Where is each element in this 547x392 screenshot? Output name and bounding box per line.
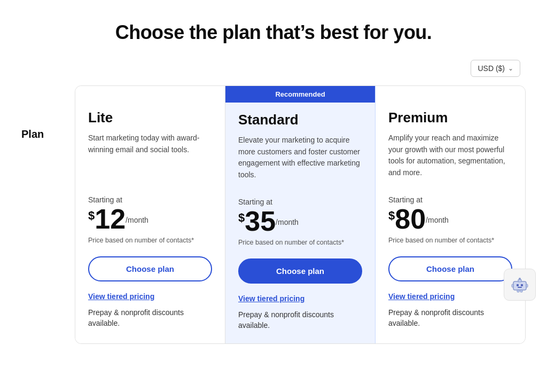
discount-text-standard: Prepay & nonprofit discounts available.: [238, 309, 362, 331]
pricing-section-lite: Starting at $ 12 /month Price based on n…: [88, 195, 212, 328]
price-per-month-premium: /month: [426, 216, 449, 229]
price-dollar-premium: $: [388, 205, 395, 222]
plan-column-label: Plan: [21, 85, 75, 140]
page-container: Choose the plan that’s best for you. USD…: [11, 0, 536, 360]
chevron-down-icon: ⌄: [508, 65, 513, 72]
plan-card-lite: Lite Start marketing today with award-wi…: [75, 86, 225, 343]
view-tiered-link-lite[interactable]: View tiered pricing: [88, 292, 212, 301]
svg-rect-1: [517, 284, 519, 286]
svg-point-5: [519, 278, 521, 280]
price-per-month-standard: /month: [276, 218, 299, 231]
price-note-lite: Price based on number of contacts*: [88, 236, 212, 246]
svg-rect-2: [521, 284, 523, 286]
plan-description-lite: Start marketing today with award-winning…: [88, 132, 212, 181]
choose-plan-button-standard[interactable]: Choose plan: [238, 258, 362, 284]
price-note-standard: Price based on number of contacts*: [238, 238, 362, 248]
svg-rect-8: [517, 290, 519, 292]
price-dollar-lite: $: [88, 205, 95, 222]
pricing-section-premium: Starting at $ 80 /month Price based on n…: [388, 195, 512, 328]
robot-icon: [504, 269, 536, 301]
choose-plan-button-premium[interactable]: Choose plan: [388, 256, 512, 281]
price-row-standard: $ 35 /month: [238, 207, 362, 235]
svg-rect-9: [520, 290, 522, 292]
plan-description-premium: Amplify your reach and maximize your gro…: [388, 132, 512, 181]
view-tiered-link-standard[interactable]: View tiered pricing: [238, 294, 362, 303]
plans-wrapper: Lite Start marketing today with award-wi…: [75, 85, 526, 344]
price-dollar-standard: $: [238, 207, 245, 224]
plan-content-standard: Standard Elevate your marketing to acqui…: [238, 112, 362, 331]
page-title: Choose the plan that’s best for you.: [21, 21, 526, 44]
pricing-section-standard: Starting at $ 35 /month Price based on n…: [238, 198, 362, 331]
price-amount-standard: 35: [245, 207, 276, 235]
plan-name-lite: Lite: [88, 109, 212, 126]
discount-text-premium: Prepay & nonprofit discounts available.: [388, 307, 512, 329]
discount-text-lite: Prepay & nonprofit discounts available.: [88, 307, 212, 329]
starting-at-lite: Starting at: [88, 195, 212, 204]
svg-rect-7: [526, 284, 528, 287]
price-per-month-lite: /month: [126, 216, 149, 229]
currency-label: USD ($): [478, 64, 505, 73]
plan-content-premium: Premium Amplify your reach and maximize …: [388, 109, 512, 328]
recommended-badge: Recommended: [225, 86, 375, 103]
plan-label-text: Plan: [21, 128, 44, 140]
price-amount-lite: 12: [95, 205, 126, 233]
plan-name-premium: Premium: [388, 109, 512, 126]
plan-description-standard: Elevate your marketing to acquire more c…: [238, 135, 362, 183]
svg-rect-3: [518, 287, 522, 288]
price-amount-premium: 80: [395, 205, 426, 233]
svg-rect-0: [513, 281, 526, 290]
price-row-premium: $ 80 /month: [388, 205, 512, 233]
starting-at-standard: Starting at: [238, 198, 362, 206]
currency-selector[interactable]: USD ($) ⌄: [471, 60, 520, 77]
view-tiered-link-premium[interactable]: View tiered pricing: [388, 292, 512, 301]
plan-card-premium: Premium Amplify your reach and maximize …: [376, 86, 525, 343]
plan-name-standard: Standard: [238, 112, 362, 128]
choose-plan-button-lite[interactable]: Choose plan: [88, 256, 212, 281]
plan-card-standard: Recommended Standard Elevate your market…: [225, 86, 376, 343]
price-note-premium: Price based on number of contacts*: [388, 236, 512, 246]
plans-layout: Plan Lite Start marketing today with awa…: [21, 85, 526, 344]
plan-content-lite: Lite Start marketing today with award-wi…: [88, 109, 212, 328]
price-row-lite: $ 12 /month: [88, 205, 212, 233]
starting-at-premium: Starting at: [388, 195, 512, 204]
currency-row: USD ($) ⌄: [21, 60, 526, 77]
svg-rect-6: [512, 284, 513, 287]
